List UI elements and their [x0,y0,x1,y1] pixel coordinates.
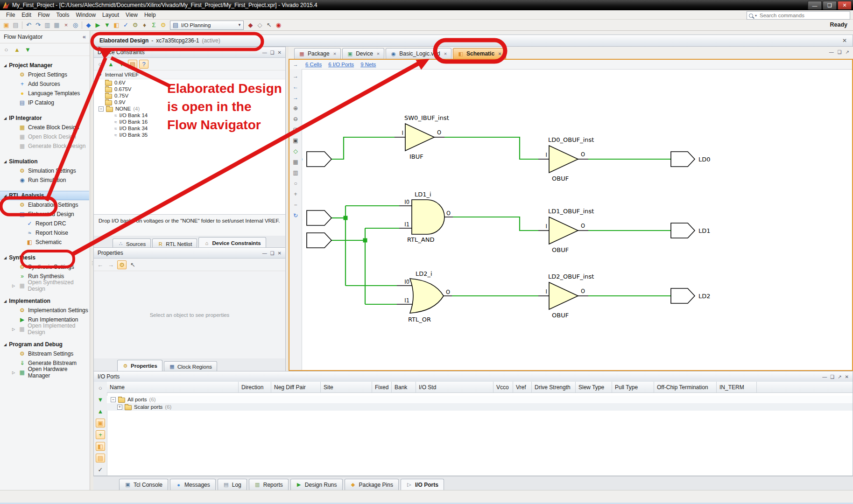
search-icon[interactable]: ○ [2,45,11,54]
collapse-icon[interactable]: ◢ [4,256,7,260]
tab-reports[interactable]: ▥Reports [249,479,289,490]
column-header-drive-strength[interactable]: Drive Strength [532,382,576,392]
column-header-name[interactable]: Name [107,382,239,392]
collapse-icon[interactable]: ▼ [99,73,102,77]
tab-properties[interactable]: ⚙Properties [117,360,162,371]
sidebar-item-add-sources[interactable]: +Add Sources [0,79,90,89]
save-constraints-icon[interactable]: ▤ [128,60,137,69]
and-gate[interactable] [412,200,444,234]
port-ld2[interactable] [671,288,695,303]
collapse-icon[interactable]: ◢ [4,63,7,68]
expand-icon[interactable]: ▷ [12,284,16,288]
collapse-icon[interactable]: ◢ [12,212,16,217]
expand-icon[interactable]: + [117,405,122,410]
sidebar-item-schematic[interactable]: ◧Schematic [0,238,90,247]
delete-icon[interactable]: × [62,21,70,29]
zoom-in-icon[interactable]: ⊕ [291,104,300,112]
panel-splitter[interactable]: ⋮ [90,31,93,490]
minimize-icon[interactable]: — [829,49,834,55]
prev-icon[interactable]: ← [291,83,300,91]
sidebar-section-rtl-analysis[interactable]: ◢RTL Analysis [0,191,89,200]
dock-icon[interactable]: → [292,60,299,69]
autofit-icon[interactable]: ◇ [291,147,300,155]
zoom-fit-icon[interactable]: ▢ [291,126,300,134]
tree-item-0-6v[interactable]: 0.6V [94,79,285,86]
column-header-direction[interactable]: Direction [239,382,271,392]
expand-cone-icon[interactable]: ▦ [291,158,300,166]
schematic-canvas[interactable]: SW0 SW1 SW2 LD0 LD1 LD2 SW0_IBUF_inst IB… [289,69,852,370]
implement-icon[interactable]: ♦ [140,21,149,29]
tree-item-i-o-bank-34[interactable]: ≈I/O Bank 34 [94,125,285,132]
sidebar-item-ip-catalog[interactable]: ▤IP Catalog [0,98,90,107]
sidebar-item-project-settings[interactable]: ⚙Project Settings [0,70,90,79]
next-icon[interactable]: → [291,93,300,102]
tab-tcl-console[interactable]: ▣Tcl Console [119,479,168,490]
port-sw0[interactable] [307,152,331,167]
sidebar-item-language-templates[interactable]: ●Language Templates [0,89,90,98]
sidebar-item-elaborated-design[interactable]: ◢▣Elaborated Design [0,210,90,219]
float-icon[interactable]: ❑ [270,50,275,55]
sidebar-section-implementation[interactable]: ◢Implementation [0,296,90,306]
column-header-neg-diff-pair[interactable]: Neg Diff Pair [271,382,321,392]
save-icon[interactable]: ▤ [11,21,20,29]
float-icon[interactable]: ❑ [830,374,834,379]
nets-link[interactable]: 9 Nets [360,62,376,67]
menu-item-tools[interactable]: Tools [53,11,72,19]
copy-icon[interactable]: ▥ [43,21,52,29]
elaborate-icon[interactable]: ◧ [112,21,121,29]
obuf1-gate[interactable] [549,217,578,244]
bitstream-icon[interactable]: ⚙ [159,21,168,29]
ibuf-gate[interactable] [405,124,434,151]
minimize-icon[interactable]: — [808,1,822,10]
collapse-icon[interactable]: ◢ [4,299,7,303]
restore-icon[interactable]: ❑ [823,1,837,10]
new-file-icon[interactable]: ▣ [2,21,11,29]
menu-item-file[interactable]: File [3,11,18,19]
search-icon[interactable]: ○ [96,60,105,69]
gear-icon[interactable]: ⚙ [117,260,127,269]
layout-selector[interactable]: ▤ I/O Planning ▼ [170,21,244,30]
collapse-all-icon[interactable]: ▲ [106,60,115,69]
column-header-slew-type[interactable]: Slew Type [576,382,612,392]
paste-icon[interactable]: ▦ [52,21,61,29]
info-icon[interactable]: ◉ [274,21,283,29]
sidebar-item-open-hardware-manager[interactable]: ▷▦Open Hardware Manager [0,368,90,377]
menu-item-help[interactable]: Help [141,11,159,19]
obuf0-gate[interactable] [549,146,578,173]
tab-design-runs[interactable]: ▶Design Runs [290,479,343,490]
refresh-icon[interactable]: ↻ [291,211,300,220]
sidebar-item-elaboration-settings[interactable]: ⚙Elaboration Settings [0,200,90,210]
column-header-pull-type[interactable]: Pull Type [612,382,654,392]
find-icon[interactable]: ◎ [71,21,80,29]
tab-package-pins[interactable]: ◆Package Pins [345,479,399,490]
sidebar-item-synthesis-settings[interactable]: ⚙Synthesis Settings [0,262,90,272]
search-icon[interactable]: ○ [291,179,300,188]
expand-icon[interactable]: ▷ [12,371,16,375]
or-gate[interactable] [410,279,444,313]
close-tab-icon[interactable]: × [333,51,336,56]
float-icon[interactable]: ❑ [270,251,275,256]
net-sw0-ibuf-out[interactable] [444,137,538,159]
sidebar-section-project-manager[interactable]: ◢Project Manager [0,61,90,70]
column-header-i-o-std[interactable]: I/O Std [416,382,493,392]
back-icon[interactable]: ← [96,260,105,269]
close-tab-icon[interactable]: × [444,51,447,56]
check-icon[interactable]: ✓ [96,465,105,474]
net-and-out[interactable] [453,217,538,231]
io-ports-link[interactable]: 6 I/O Ports [328,62,354,67]
search-commands-box[interactable]: ▾ [747,11,850,20]
sidebar-item-implementation-settings[interactable]: ⚙Implementation Settings [0,306,90,315]
expand-all-icon[interactable]: ▼ [117,60,126,69]
fix-icon[interactable]: ◇ [255,21,264,29]
collapse-icon[interactable]: ◢ [4,116,7,120]
column-header-fixed[interactable]: Fixed [372,382,392,392]
menu-item-flow[interactable]: Flow [35,11,53,19]
step-icon[interactable]: ▼ [103,21,112,29]
minimize-icon[interactable]: — [262,251,267,256]
port-ld1[interactable] [671,223,695,238]
table-icon[interactable]: ▤ [96,454,105,462]
maximize-icon[interactable]: ↗ [838,374,841,379]
sum-icon[interactable]: Σ [149,21,158,29]
minimize-icon[interactable]: — [822,374,827,379]
collapse-panel-icon[interactable]: « [83,34,86,40]
